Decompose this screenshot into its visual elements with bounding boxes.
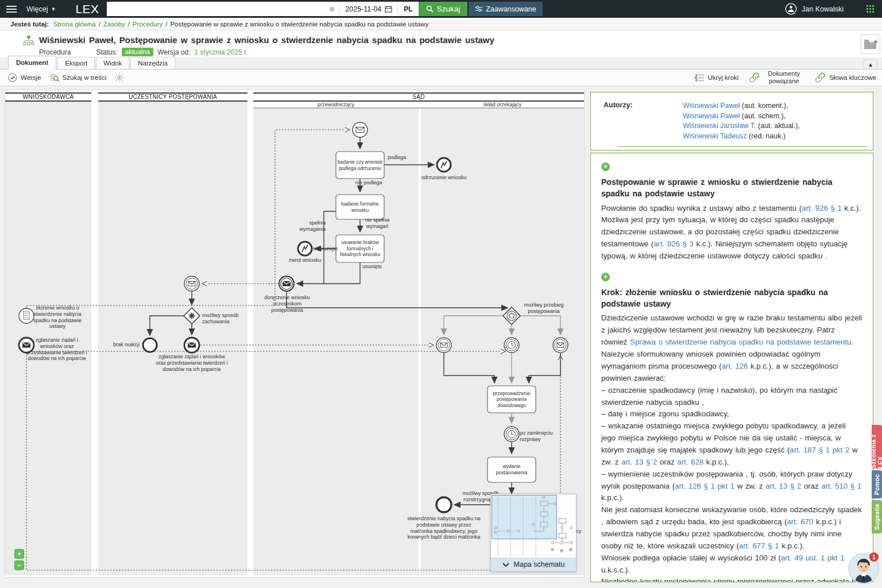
- minimap-toggle[interactable]: Mapa schematu: [491, 558, 576, 571]
- breadcrumb-sep: /: [165, 21, 167, 28]
- task-badanie-odrzucenie[interactable]: badanie czy wniosek podlega odrzuceniu: [336, 152, 384, 179]
- author-row: Wiśniewski Tadeusz (red. nauk.): [683, 131, 800, 142]
- user-menu[interactable]: Jan Kowalski: [785, 3, 844, 15]
- hide-steps-label: Ukryj kroki: [708, 74, 739, 81]
- advanced-button-label: Zaawansowane: [486, 5, 536, 13]
- breadcrumb-zasoby[interactable]: Zasoby: [103, 21, 125, 28]
- side-tab-szkolenia[interactable]: Szkolenia z LEX: [872, 425, 882, 469]
- zoom-out-button[interactable]: −: [14, 560, 24, 570]
- tab-dokument[interactable]: Dokument: [8, 56, 56, 69]
- label-zglaszanie-zadan-uczestnicy[interactable]: zgłaszanie żądań i wniosków oraz przedst…: [153, 354, 230, 372]
- chevron-down-icon: [502, 563, 509, 567]
- related-documents-button[interactable]: Dokumenty powiązane: [749, 70, 804, 84]
- label-stwierdzenie-nabycia[interactable]: stwierdzenie nabycia spadku na podstawie…: [406, 516, 482, 540]
- lane-wnioskodawca: WNIOSKODAWCA: [5, 94, 91, 100]
- author-link[interactable]: Wiśniewski Paweł: [683, 102, 740, 110]
- hamburger-menu-icon[interactable]: [6, 6, 17, 13]
- edge-label-nie-spelnia: nie spełnia wymagań: [362, 217, 392, 230]
- lex-logo[interactable]: LEX: [75, 2, 99, 16]
- sublane-przewodniczacy: przewodniczący: [253, 102, 419, 107]
- assistant-chat-button[interactable]: 1: [848, 553, 879, 584]
- task-badanie-formalne[interactable]: badanie formalne wniosku: [336, 195, 384, 219]
- search-in-text-button[interactable]: Szukaj w treści: [49, 73, 107, 82]
- version-value[interactable]: 1 stycznia 2025 r.: [194, 48, 247, 56]
- task-wydanie-postanowienia[interactable]: wydanie postanowienia: [488, 457, 536, 482]
- task-postepowanie-dowodowe[interactable]: przeprowadzenie postępowania dowodowego: [488, 386, 536, 413]
- text-link[interactable]: art. 510 § 1: [821, 482, 861, 490]
- procedure-schema-icon: [23, 35, 34, 48]
- label-mozliwy-przebieg: możliwy przebieg postępowania: [516, 302, 571, 315]
- zoom-in-button[interactable]: +: [14, 549, 24, 559]
- text-link[interactable]: art. 13 § 2: [765, 482, 801, 490]
- page-title: Wiśniewski Paweł, Postępowanie w sprawie…: [39, 35, 494, 45]
- text-link[interactable]: art. 49 ust. 1 pkt 1: [781, 554, 845, 562]
- author-row: Wiśniewski Paweł (aut. koment.),: [683, 101, 800, 111]
- expand-section-icon[interactable]: +: [601, 163, 610, 171]
- sublane-sklad: skład orzekający: [421, 102, 584, 107]
- authors-label: Autorzy:: [604, 101, 683, 141]
- text-link[interactable]: art. 926 § 1: [802, 204, 842, 212]
- language-selector[interactable]: PL: [397, 2, 418, 16]
- tab-widok[interactable]: Widok: [96, 57, 129, 69]
- folder-icon: [864, 38, 877, 50]
- search-button[interactable]: Szukaj: [419, 2, 468, 16]
- author-link[interactable]: Wiśniewski Tadeusz: [683, 132, 747, 140]
- keywords-label: Słowa kluczowe: [829, 74, 876, 81]
- add-to-folder-button[interactable]: [861, 34, 880, 54]
- section-body: Powołanie do spadku wynika z ustawy albo…: [601, 203, 862, 262]
- clear-search-icon[interactable]: ⊗: [324, 5, 339, 13]
- text-link[interactable]: art. 670: [787, 517, 813, 526]
- label-doreczenie-wniosku[interactable]: doręczenie wniosku uczestnikom postępowa…: [257, 295, 318, 313]
- advanced-search-button[interactable]: Zaawansowane: [469, 2, 543, 16]
- diagram-minimap[interactable]: Mapa schematu: [490, 494, 577, 572]
- keywords-button[interactable]: Słowa kluczowe: [815, 72, 876, 83]
- label-odrzucenie-wniosku[interactable]: odrzucenie wniosku: [419, 175, 469, 181]
- more-menu[interactable]: Więcej ▼: [26, 5, 56, 13]
- section-heading: Krok: złożenie wniosku o stwierdzenie na…: [601, 287, 862, 310]
- author-link[interactable]: Wiśniewski Jarosław T.: [683, 122, 756, 130]
- label-zglaszanie-zadan-wnioskodawca[interactable]: zgłaszanie żądań i wniosków oraz przedst…: [25, 337, 89, 362]
- text-link[interactable]: art. 926 § 3: [653, 239, 694, 248]
- minimap-viewport[interactable]: [492, 495, 557, 539]
- author-link[interactable]: Wiśniewski Paweł: [683, 112, 740, 120]
- top-bar: Więcej ▼ LEX ⊗ 2025-11-04 PL Szukaj Zaaw…: [0, 0, 882, 18]
- lane-uczestnicy: UCZESTNICY POSTĘPOWANIA: [98, 94, 247, 100]
- date-field[interactable]: 2025-11-04: [339, 2, 397, 16]
- procedure-diagram-canvas[interactable]: WNIOSKODAWCA UCZESTNICY POSTĘPOWANIA SĄD…: [5, 90, 585, 578]
- label-zlozenie-wniosku[interactable]: złożenie wniosku o stwierdzenie nabycia …: [28, 305, 87, 330]
- link-icon: [749, 72, 760, 83]
- text-link[interactable]: art. 628: [677, 458, 703, 466]
- side-tab-sugestie[interactable]: Sugestie: [872, 500, 882, 533]
- search-input[interactable]: [107, 2, 325, 16]
- tab-narzedzia[interactable]: Narzędzia: [130, 57, 175, 69]
- author-role: (aut. aktual.),: [756, 122, 800, 130]
- text-link[interactable]: art. 126 § 1 pkt 1: [675, 482, 734, 490]
- display-settings-icon[interactable]: [114, 72, 125, 83]
- versions-button[interactable]: Wersje: [8, 73, 41, 82]
- text-link[interactable]: art. 126: [722, 362, 748, 370]
- version-label: Wersja od:: [157, 48, 190, 56]
- procedure-description-panel: + Postępowanie w sprawie z wniosku o stw…: [590, 153, 873, 582]
- text-link[interactable]: art. 187 § 1 pkt 2: [790, 446, 849, 454]
- text-link[interactable]: art. 13 § 2: [621, 458, 657, 466]
- language-label: PL: [404, 5, 412, 13]
- versions-label: Wersje: [21, 74, 41, 81]
- tab-eksport[interactable]: Eksport: [57, 57, 95, 69]
- version-check-icon: [8, 73, 17, 82]
- hide-steps-icon: [694, 74, 705, 82]
- calendar-icon: [385, 5, 392, 13]
- side-tab-pomoc[interactable]: Pomoc: [872, 470, 882, 498]
- apps-grid-icon[interactable]: [866, 5, 874, 13]
- breadcrumb-home[interactable]: Strona główna: [53, 21, 96, 28]
- label-zwrot-wniosku[interactable]: zwrot wniosku: [285, 257, 324, 264]
- doc-type: Procedura: [39, 48, 71, 56]
- author-role: (red. nauk.): [747, 132, 786, 140]
- text-link[interactable]: Sprawa o stwierdzenie nabycia spadku na …: [630, 338, 851, 346]
- lane-sad: SĄD: [253, 94, 584, 100]
- hide-steps-button[interactable]: Ukryj kroki: [694, 74, 739, 82]
- text-link[interactable]: art. 677 § 1: [739, 541, 779, 550]
- author-role: (aut. schem.),: [740, 112, 786, 120]
- author-row: Wiśniewski Jarosław T. (aut. aktual.),: [683, 121, 800, 131]
- breadcrumb-procedury[interactable]: Procedury: [133, 21, 163, 28]
- expand-section-icon[interactable]: +: [601, 273, 610, 281]
